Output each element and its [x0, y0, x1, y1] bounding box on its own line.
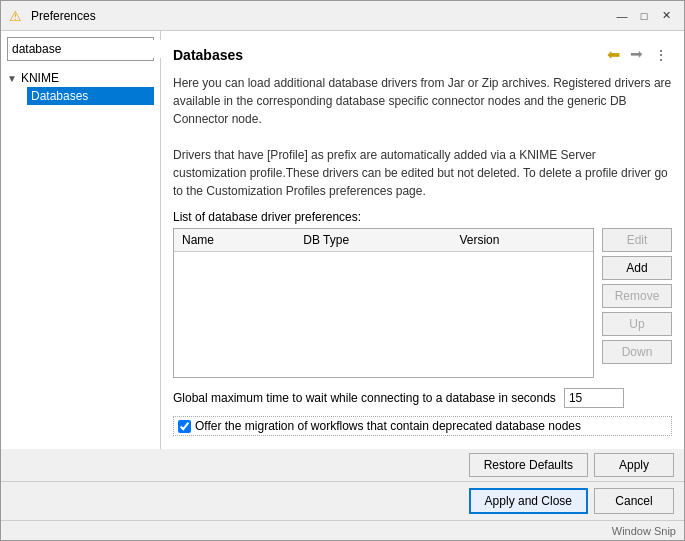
minimize-button[interactable]: — — [612, 6, 632, 26]
title-bar: ⚠ Preferences — □ ✕ — [1, 1, 684, 31]
remove-button[interactable]: Remove — [602, 284, 672, 308]
down-button[interactable]: Down — [602, 340, 672, 364]
apply-button[interactable]: Apply — [594, 453, 674, 477]
panel-toolbar: ⬅ ⮕ ⋮ — [603, 43, 672, 66]
close-button[interactable]: ✕ — [656, 6, 676, 26]
forward-button[interactable]: ⮕ — [626, 43, 648, 66]
list-label: List of database driver preferences: — [173, 210, 672, 224]
sidebar-item-databases[interactable]: Databases — [27, 87, 154, 105]
restore-defaults-button[interactable]: Restore Defaults — [469, 453, 588, 477]
col-dbtype: DB Type — [295, 229, 451, 252]
tree-knime-item[interactable]: ▼ KNIME — [7, 69, 154, 87]
edit-button[interactable]: Edit — [602, 228, 672, 252]
maximize-button[interactable]: □ — [634, 6, 654, 26]
status-bar: Window Snip — [1, 520, 684, 540]
db-table: Name DB Type Version — [173, 228, 594, 378]
cancel-button[interactable]: Cancel — [594, 488, 674, 514]
footer-top: Restore Defaults Apply — [1, 449, 684, 481]
search-box[interactable]: ✕ — [7, 37, 154, 61]
status-right: Window Snip — [612, 525, 676, 537]
search-input[interactable] — [8, 40, 166, 58]
apply-and-close-button[interactable]: Apply and Close — [469, 488, 588, 514]
preferences-window: ⚠ Preferences — □ ✕ ✕ ▼ KNIME Databases — [0, 0, 685, 541]
more-button[interactable]: ⋮ — [650, 43, 672, 66]
back-button[interactable]: ⬅ — [603, 43, 624, 66]
global-setting: Global maximum time to wait while connec… — [173, 388, 672, 408]
content-area: ✕ ▼ KNIME Databases Databases ⬅ ⮕ ⋮ Here — [1, 31, 684, 449]
window-icon: ⚠ — [9, 8, 25, 24]
sidebar: ✕ ▼ KNIME Databases — [1, 31, 161, 449]
col-version: Version — [451, 229, 593, 252]
main-panel: Databases ⬅ ⮕ ⋮ Here you can load additi… — [161, 31, 684, 449]
panel-title: Databases — [173, 47, 243, 63]
checkbox-row[interactable]: Offer the migration of workflows that co… — [173, 416, 672, 436]
checkbox-label: Offer the migration of workflows that co… — [195, 419, 581, 433]
desc-line-1: Here you can load additional database dr… — [173, 76, 671, 126]
db-area: Name DB Type Version Edit Add Remove Up — [173, 228, 672, 378]
db-buttons: Edit Add Remove Up Down — [602, 228, 672, 378]
global-setting-label: Global maximum time to wait while connec… — [173, 391, 556, 405]
desc-line-2: Drivers that have [Profile] as prefix ar… — [173, 148, 668, 198]
knime-tree-label: KNIME — [21, 71, 59, 85]
panel-header: Databases ⬅ ⮕ ⋮ — [173, 43, 672, 66]
footer-bottom: Apply and Close Cancel — [1, 481, 684, 520]
window-controls: — □ ✕ — [612, 6, 676, 26]
up-button[interactable]: Up — [602, 312, 672, 336]
description: Here you can load additional database dr… — [173, 74, 672, 200]
migration-checkbox[interactable] — [178, 420, 191, 433]
window-title: Preferences — [31, 9, 612, 23]
global-setting-input[interactable] — [564, 388, 624, 408]
add-button[interactable]: Add — [602, 256, 672, 280]
col-name: Name — [174, 229, 295, 252]
databases-label: Databases — [31, 89, 88, 103]
tree-arrow-icon: ▼ — [7, 73, 17, 84]
